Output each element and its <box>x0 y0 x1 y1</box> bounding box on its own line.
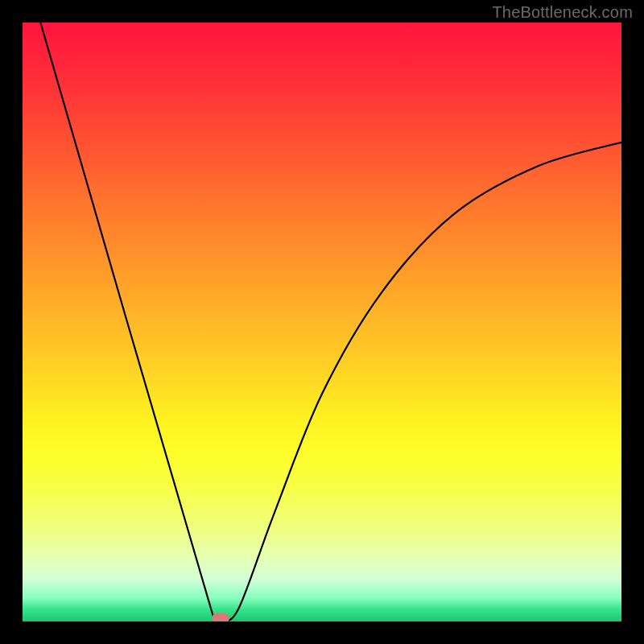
chart-frame: TheBottleneck.com <box>0 0 644 644</box>
curve-layer <box>23 23 621 621</box>
plot-area <box>23 23 621 621</box>
optimum-marker-icon <box>212 613 229 621</box>
watermark-label: TheBottleneck.com <box>492 3 633 22</box>
bottleneck-curve-path <box>40 23 621 621</box>
